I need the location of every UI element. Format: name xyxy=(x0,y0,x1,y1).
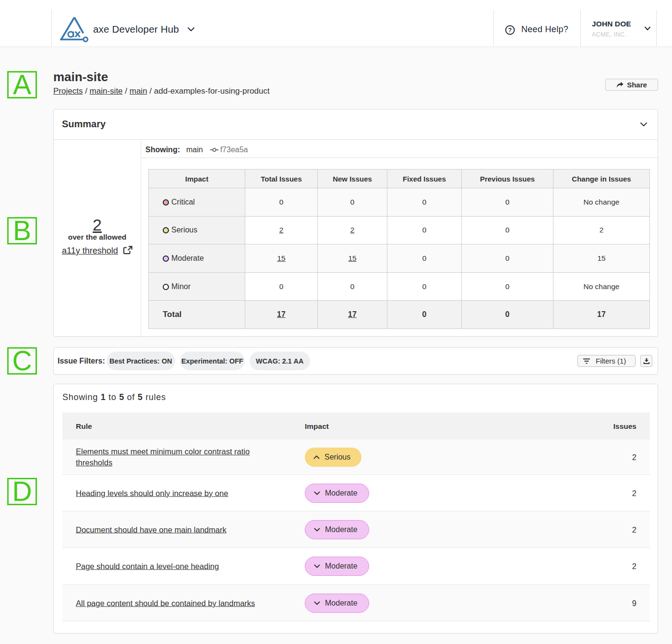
svg-text:?: ? xyxy=(508,27,512,34)
